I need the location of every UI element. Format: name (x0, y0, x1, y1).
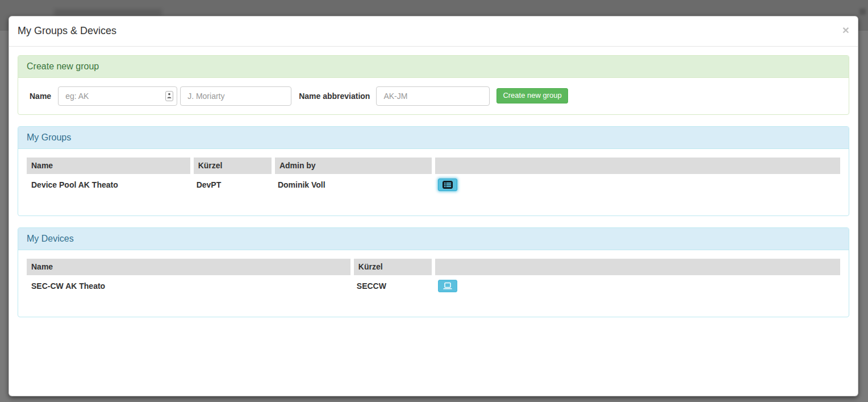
laptop-icon (443, 282, 453, 290)
close-icon: × (842, 23, 849, 36)
column-header-kuerzel: Kürzel (192, 158, 273, 174)
column-header-admin-by: Admin by (273, 158, 433, 174)
table-header-row: Name Kürzel Admin by (27, 158, 840, 174)
create-group-form: Name Name abbreviation Create new (27, 86, 840, 106)
my-groups-panel: My Groups Name Kürzel Admin by (18, 126, 849, 216)
group-admin-input[interactable] (180, 86, 291, 106)
device-details-button[interactable] (438, 280, 457, 292)
device-name-cell: SEC-CW AK Theato (27, 275, 352, 297)
my-groups-body: Name Kürzel Admin by Device Pool AK Thea… (18, 149, 849, 215)
close-button[interactable]: × (842, 24, 849, 36)
group-kuerzel-cell: DevPT (192, 174, 273, 196)
modal-body: Create new group Name Name a (9, 47, 858, 337)
group-name-cell: Device Pool AK Theato (27, 174, 192, 196)
device-kuerzel-cell: SECCW (352, 275, 433, 297)
group-name-input[interactable] (58, 86, 177, 106)
my-groups-table: Name Kürzel Admin by Device Pool AK Thea… (27, 158, 840, 196)
column-header-kuerzel: Kürzel (352, 259, 433, 275)
table-row: SEC-CW AK Theato SECCW (27, 275, 840, 297)
my-groups-heading: My Groups (18, 127, 849, 149)
modal-title: My Groups & Devices (18, 24, 849, 39)
my-devices-body: Name Kürzel SEC-CW AK Theato SECCW (18, 250, 849, 317)
group-details-button[interactable] (438, 179, 457, 191)
create-group-panel: Create new group Name Name a (18, 55, 849, 115)
group-admin-cell: Dominik Voll (273, 174, 433, 196)
modal-header: My Groups & Devices × (9, 16, 858, 47)
background-navbar-item-hint (859, 9, 866, 15)
create-group-body: Name Name abbreviation Create new (18, 78, 849, 114)
list-alt-icon (443, 181, 453, 189)
my-groups-devices-modal: My Groups & Devices × Create new group N… (9, 16, 858, 396)
autofill-contact-icon[interactable] (165, 91, 173, 101)
name-label: Name (30, 92, 51, 101)
create-group-heading: Create new group (18, 56, 849, 78)
group-abbreviation-input[interactable] (376, 86, 490, 106)
column-header-name: Name (27, 158, 192, 174)
table-row: Device Pool AK Theato DevPT Dominik Voll (27, 174, 840, 196)
column-header-actions (433, 259, 840, 275)
column-header-name: Name (27, 259, 352, 275)
table-header-row: Name Kürzel (27, 259, 840, 275)
create-new-group-button[interactable]: Create new group (496, 88, 567, 103)
my-devices-table: Name Kürzel SEC-CW AK Theato SECCW (27, 259, 840, 297)
device-actions-cell (433, 275, 840, 297)
name-abbreviation-label: Name abbreviation (299, 92, 370, 101)
column-header-actions (433, 158, 840, 174)
my-devices-heading: My Devices (18, 228, 849, 250)
group-actions-cell (433, 174, 840, 196)
my-devices-panel: My Devices Name Kürzel SEC-CW AK Theato (18, 227, 849, 317)
